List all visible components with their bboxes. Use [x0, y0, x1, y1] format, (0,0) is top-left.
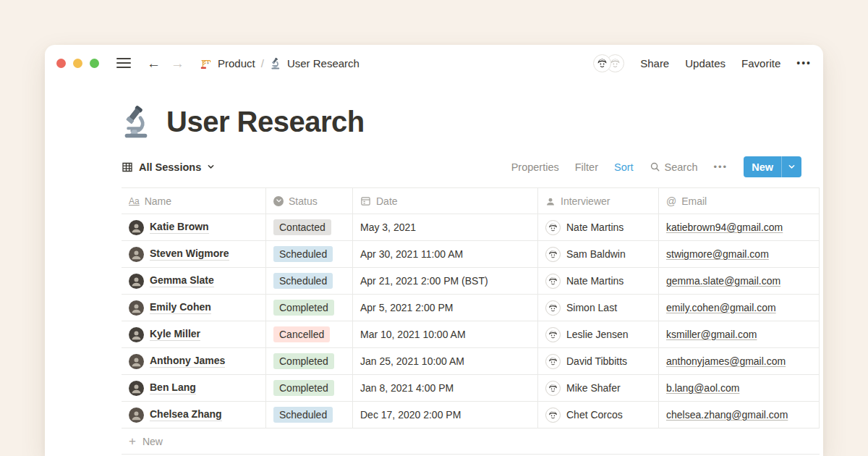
row-date: Jan 25, 2021 10:00 AM: [360, 355, 464, 367]
email-cell[interactable]: chelsea.zhang@gmail.com: [659, 402, 820, 428]
row-email: ksmiller@gmail.com: [666, 329, 757, 340]
row-interviewer: Nate Martins: [566, 221, 624, 233]
name-cell[interactable]: Chelsea Zhang: [122, 402, 266, 428]
date-cell[interactable]: Dec 17, 2020 2:00 PM: [353, 402, 538, 428]
interviewer-cell[interactable]: Mike Shafer: [538, 375, 659, 401]
status-cell[interactable]: Completed: [266, 348, 353, 374]
forward-button[interactable]: →: [171, 56, 184, 70]
name-cell[interactable]: Emily Cohen: [122, 295, 266, 321]
notion-window: ← → Product / User Research Share: [45, 45, 823, 456]
new-row-button[interactable]: + New: [122, 428, 820, 455]
search-label: Search: [665, 161, 698, 173]
status-cell[interactable]: Scheduled: [266, 402, 353, 428]
favorite-button[interactable]: Favorite: [741, 57, 780, 69]
email-cell[interactable]: gemma.slate@gmail.com: [659, 268, 820, 294]
table-view-icon: [122, 161, 133, 173]
status-cell[interactable]: Contacted: [266, 214, 353, 240]
breadcrumb: Product / User Research: [200, 57, 359, 69]
row-date: May 3, 2021: [360, 221, 416, 233]
date-cell[interactable]: Jan 8, 2021 4:00 PM: [353, 375, 538, 401]
name-cell[interactable]: Katie Brown: [122, 214, 266, 240]
avatar: [129, 220, 144, 235]
date-cell[interactable]: Apr 30, 2021 11:00 AM: [353, 241, 538, 267]
sidebar-toggle-icon[interactable]: [116, 58, 131, 68]
status-cell[interactable]: Cancelled: [266, 321, 353, 347]
sessions-table: Aa Name Status Date Interviewer: [122, 187, 820, 455]
row-email: gemma.slate@gmail.com: [666, 275, 780, 287]
row-date: Apr 30, 2021 11:00 AM: [360, 248, 463, 260]
properties-button[interactable]: Properties: [511, 161, 559, 173]
breadcrumb-label: Product: [218, 57, 255, 69]
row-name: Kyle Miller: [150, 328, 200, 341]
email-cell[interactable]: stwigmore@gmail.com: [659, 241, 820, 267]
date-cell[interactable]: Apr 21, 2021 2:00 PM (BST): [353, 268, 538, 294]
date-cell[interactable]: Jan 25, 2021 10:00 AM: [353, 348, 538, 374]
avatar: [129, 354, 144, 369]
email-cell[interactable]: emily.cohen@gmail.com: [659, 295, 820, 321]
name-cell[interactable]: Gemma Slate: [122, 268, 266, 294]
status-badge: Scheduled: [273, 273, 333, 289]
date-cell[interactable]: Apr 5, 2021 2:00 PM: [353, 295, 538, 321]
interviewer-cell[interactable]: Nate Martins: [538, 268, 659, 294]
status-badge: Scheduled: [273, 246, 333, 262]
interviewer-cell[interactable]: Nate Martins: [538, 214, 659, 240]
breadcrumb-item-user-research[interactable]: User Research: [270, 57, 359, 69]
view-switcher-all-sessions[interactable]: All Sessions: [122, 161, 215, 173]
database-toolbar: All Sessions Properties Filter Sort Sear…: [122, 156, 801, 177]
name-cell[interactable]: Kyle Miller: [122, 321, 266, 347]
status-cell[interactable]: Completed: [266, 295, 353, 321]
email-cell[interactable]: anthonyjames@gmail.com: [659, 348, 820, 374]
table-row: Chelsea Zhang Scheduled Dec 17, 2020 2:0…: [122, 401, 820, 428]
column-header-email[interactable]: @ Email: [659, 188, 820, 214]
share-button[interactable]: Share: [640, 57, 669, 69]
column-header-date[interactable]: Date: [353, 188, 538, 214]
email-cell[interactable]: ksmiller@gmail.com: [659, 321, 820, 347]
search-button[interactable]: Search: [650, 161, 698, 173]
column-header-name[interactable]: Aa Name: [122, 188, 266, 214]
avatar: [545, 381, 561, 396]
name-cell[interactable]: Steven Wigmore: [122, 241, 266, 267]
row-date: Dec 17, 2020 2:00 PM: [360, 409, 461, 421]
back-button[interactable]: ←: [147, 56, 161, 70]
date-cell[interactable]: Mar 10, 2021 10:00 AM: [353, 321, 538, 347]
interviewer-cell[interactable]: Chet Corcos: [538, 402, 659, 428]
row-name: Gemma Slate: [150, 274, 214, 287]
more-options-icon[interactable]: •••: [796, 57, 812, 69]
name-cell[interactable]: Anthony James: [122, 348, 266, 374]
window-controls: [56, 59, 99, 68]
new-record-button[interactable]: New: [744, 156, 801, 177]
chevron-down-icon[interactable]: [782, 156, 801, 177]
text-property-icon: Aa: [129, 196, 140, 206]
more-options-icon[interactable]: •••: [714, 161, 728, 172]
avatar[interactable]: [593, 54, 611, 72]
status-cell[interactable]: Completed: [266, 375, 353, 401]
email-cell[interactable]: b.lang@aol.com: [659, 375, 820, 401]
status-badge: Completed: [273, 380, 334, 396]
table-row: Katie Brown Contacted May 3, 2021 Nate M…: [122, 214, 820, 240]
interviewer-cell[interactable]: David Tibbitts: [538, 348, 659, 374]
table-body: Katie Brown Contacted May 3, 2021 Nate M…: [122, 214, 820, 428]
microscope-icon: [270, 57, 282, 69]
column-header-status[interactable]: Status: [266, 188, 353, 214]
interviewer-cell[interactable]: Leslie Jensen: [538, 321, 659, 347]
breadcrumb-item-product[interactable]: Product: [200, 57, 255, 69]
status-cell[interactable]: Scheduled: [266, 268, 353, 294]
at-icon: @: [666, 195, 676, 207]
interviewer-cell[interactable]: Sam Baldwin: [538, 241, 659, 267]
breadcrumb-separator: /: [261, 57, 264, 69]
status-cell[interactable]: Scheduled: [266, 241, 353, 267]
name-cell[interactable]: Ben Lang: [122, 375, 266, 401]
close-window-button[interactable]: [56, 59, 66, 68]
filter-button[interactable]: Filter: [575, 161, 598, 173]
sort-button[interactable]: Sort: [614, 161, 634, 173]
email-cell[interactable]: katiebrown94@gmail.com: [659, 214, 820, 240]
column-header-interviewer[interactable]: Interviewer: [538, 188, 659, 214]
interviewer-cell[interactable]: Simon Last: [538, 295, 659, 321]
date-cell[interactable]: May 3, 2021: [353, 214, 538, 240]
row-date: Mar 10, 2021 10:00 AM: [360, 329, 466, 340]
search-icon: [650, 161, 660, 172]
updates-button[interactable]: Updates: [685, 57, 726, 69]
new-button-label: New: [744, 156, 781, 177]
minimize-window-button[interactable]: [73, 59, 82, 68]
zoom-window-button[interactable]: [90, 59, 99, 68]
